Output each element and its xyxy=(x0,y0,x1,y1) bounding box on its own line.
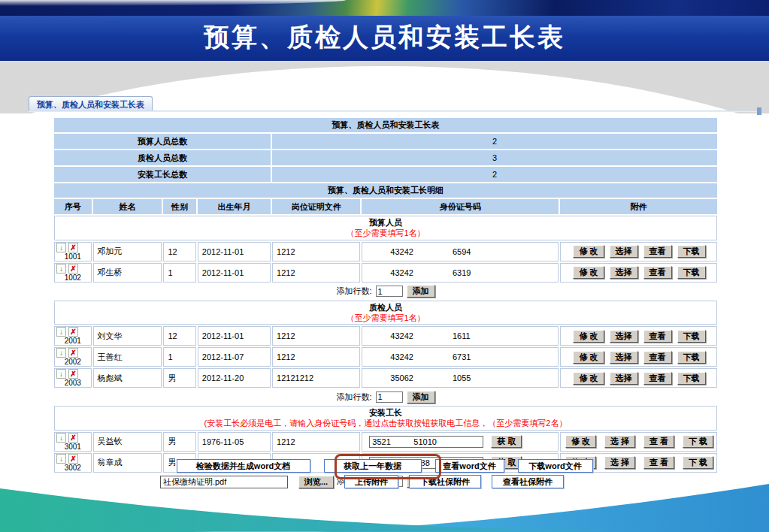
download-button[interactable]: 下载 xyxy=(677,245,706,258)
validate-generate-word-button[interactable]: 检验数据并生成word文档 xyxy=(177,459,310,473)
column-header-row: 序号 姓名 性别 出生年月 岗位证明文件 身份证号码 附件 xyxy=(54,199,717,214)
edit-button[interactable]: 修 改 xyxy=(573,330,604,343)
delete-row-icon[interactable]: ✗ xyxy=(68,348,78,358)
insert-row-icon[interactable]: ↓ xyxy=(56,348,66,358)
social-security-file-input[interactable] xyxy=(160,476,288,488)
seq-number: 1002 xyxy=(56,274,90,282)
download-button[interactable]: 下 载 xyxy=(683,435,713,448)
tab-separator-line xyxy=(29,110,761,112)
edit-button[interactable]: 修 改 xyxy=(573,245,604,258)
seq-number: 2003 xyxy=(56,379,90,387)
download-word-button[interactable]: 下载word文件 xyxy=(518,459,593,473)
delete-row-icon[interactable]: ✗ xyxy=(68,327,78,337)
col-header-name: 姓名 xyxy=(93,199,162,214)
summary-label: 安装工长总数 xyxy=(54,167,271,182)
view-button[interactable]: 查 看 xyxy=(643,435,674,448)
delete-row-icon[interactable]: ✗ xyxy=(68,369,78,379)
fetch-last-year-button[interactable]: 获取上一年数据 xyxy=(324,459,422,473)
edit-button[interactable]: 修 改 xyxy=(573,266,604,279)
browse-button[interactable]: 浏览... xyxy=(298,476,334,488)
select-button[interactable]: 选择 xyxy=(610,372,638,385)
person-doc: 1212 xyxy=(272,347,360,367)
view-social-attachment-button[interactable]: 查看社保附件 xyxy=(492,475,564,488)
view-button[interactable]: 查看 xyxy=(643,266,672,279)
slide: 预算、质检人员和安装工长表 预算、质检人员和安装工长表 预算、质检人员和安装工长… xyxy=(0,0,769,532)
delete-row-icon[interactable]: ✗ xyxy=(68,264,78,274)
add-rows-button[interactable]: 添加 xyxy=(407,285,435,298)
summary-row: 质检人员总数 3 xyxy=(54,150,717,165)
insert-row-icon[interactable]: ↓ xyxy=(56,264,66,274)
section-header-qc: 质检人员 （至少需要填写1名） xyxy=(54,301,717,325)
select-button[interactable]: 选择 xyxy=(610,330,638,343)
delete-row-icon[interactable]: ✗ xyxy=(68,243,78,252)
person-birth: 2012-11-01 xyxy=(198,263,271,283)
idcard-right: 1055 xyxy=(453,373,471,382)
delete-row-icon[interactable]: ✗ xyxy=(68,433,78,443)
person-gender: 男 xyxy=(163,432,195,452)
main-table: 预算、质检人员和安装工长表 预算人员总数 2 质检人员总数 3 安装工长总数 2… xyxy=(53,116,719,491)
idcard-right: 6731 xyxy=(453,352,471,361)
col-header-attachment: 附件 xyxy=(560,199,717,214)
person-name: 吴益钦 xyxy=(93,432,162,452)
insert-row-icon[interactable]: ↓ xyxy=(56,327,66,337)
view-button[interactable]: 查看 xyxy=(643,245,672,258)
edit-button[interactable]: 修 改 xyxy=(565,435,596,448)
edit-button[interactable]: 修 改 xyxy=(573,372,604,385)
section-name: 预算人员 xyxy=(56,217,715,228)
top-decorative-strip xyxy=(0,0,769,16)
fetch-button[interactable]: 获 取 xyxy=(491,435,522,448)
insert-row-icon[interactable]: ↓ xyxy=(56,243,66,252)
select-button[interactable]: 选 择 xyxy=(604,435,635,448)
insert-row-icon[interactable]: ↓ xyxy=(56,433,66,443)
person-birth: 2012-11-01 xyxy=(198,242,271,261)
download-button[interactable]: 下载 xyxy=(677,372,706,385)
add-rows-input[interactable] xyxy=(376,391,403,403)
insert-row-icon[interactable]: ↓ xyxy=(56,369,66,379)
view-button[interactable]: 查看 xyxy=(643,330,672,343)
edit-button[interactable]: 修 改 xyxy=(573,351,604,364)
idcard-right: 6319 xyxy=(453,268,471,277)
tab-budget-qc-foreman[interactable]: 预算、质检人员和安装工长表 xyxy=(29,96,153,110)
col-header-gender: 性别 xyxy=(163,199,195,214)
view-word-button[interactable]: 查看word文件 xyxy=(435,459,504,473)
summary-label: 预算人员总数 xyxy=(54,134,271,149)
view-button[interactable]: 查看 xyxy=(643,372,672,385)
upload-attachment-button[interactable]: 上传附件 xyxy=(344,475,398,488)
person-birth: 2012-11-01 xyxy=(198,326,271,346)
col-header-seq: 序号 xyxy=(54,199,92,214)
person-name: 杨彪斌 xyxy=(93,368,162,388)
idcard-left: 43242 xyxy=(390,331,413,340)
idcard-left: 43242 xyxy=(390,268,413,277)
person-row: ↓ ✗ 1002 邓生桥 1 2012-11-01 1212 43242 631… xyxy=(54,263,717,283)
detail-table-title: 预算、质检人员和安装工长明细 xyxy=(54,183,717,198)
summary-row: 预算人员总数 2 xyxy=(54,134,717,149)
bottom-action-bar: 检验数据并生成word文档 获取上一年数据 查看word文件 下载word文件 … xyxy=(0,459,769,488)
section-name: 安装工长 xyxy=(56,407,715,418)
select-button[interactable]: 选择 xyxy=(610,245,638,258)
download-social-attachment-button[interactable]: 下载社保附件 xyxy=(409,475,481,488)
download-button[interactable]: 下载 xyxy=(677,266,706,279)
col-header-idcard: 身份证号码 xyxy=(362,199,559,214)
select-button[interactable]: 选择 xyxy=(610,266,638,279)
col-header-birth: 出生年月 xyxy=(198,199,271,214)
download-button[interactable]: 下载 xyxy=(677,330,706,343)
id-card-input[interactable] xyxy=(369,436,483,448)
view-button[interactable]: 查看 xyxy=(643,351,672,364)
person-name: 刘文华 xyxy=(93,326,162,346)
section-note: （至少需要填写1名） xyxy=(56,313,715,323)
add-rows-label: 添加行数: xyxy=(336,391,371,403)
select-button[interactable]: 选择 xyxy=(610,351,638,364)
summary-label: 质检人员总数 xyxy=(54,150,271,165)
summary-row: 安装工长总数 2 xyxy=(54,167,717,182)
download-button[interactable]: 下载 xyxy=(677,351,706,364)
top-strip-sheen xyxy=(0,0,346,6)
person-gender: 男 xyxy=(163,368,195,388)
person-gender: 1 xyxy=(163,263,195,283)
person-doc: 1212 xyxy=(272,263,360,283)
section-note: （至少需要填写1名） xyxy=(56,228,715,238)
add-rows-button[interactable]: 添加 xyxy=(407,391,435,404)
add-rows-input[interactable] xyxy=(376,286,403,297)
person-gender: 12 xyxy=(163,242,195,261)
summary-value: 2 xyxy=(272,167,717,182)
section-header-budget: 预算人员 （至少需要填写1名） xyxy=(54,216,717,240)
